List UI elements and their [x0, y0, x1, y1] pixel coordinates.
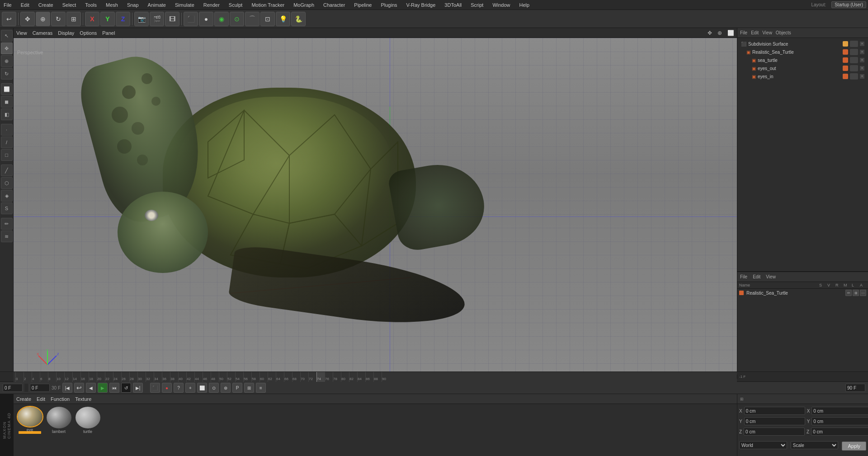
menu-motiontracker[interactable]: Motion Tracker: [250, 1, 286, 9]
menu-window[interactable]: Window: [491, 1, 512, 9]
viewport-menu-cameras[interactable]: Cameras: [33, 30, 53, 36]
viewport-menu-display[interactable]: Display: [58, 30, 74, 36]
pb-icon-5[interactable]: ⬜: [197, 383, 207, 393]
frame-end-input[interactable]: [845, 384, 865, 392]
menu-select[interactable]: Select: [61, 1, 78, 9]
om-edit[interactable]: Edit: [751, 30, 759, 35]
z-axis-button[interactable]: Z: [116, 12, 130, 26]
world-dropdown[interactable]: World: [739, 441, 787, 449]
point-mode[interactable]: ·: [1, 124, 13, 136]
sculpt-tool[interactable]: ≋: [1, 230, 13, 242]
viewport-icon-fullscreen[interactable]: ⬜: [727, 30, 734, 36]
nurbs-button[interactable]: ◉: [214, 12, 229, 26]
coord-z-rot[interactable]: [811, 428, 868, 436]
layout-value[interactable]: Startup (User): [831, 1, 866, 8]
mat-thumb-turtle[interactable]: turtle: [74, 407, 101, 434]
render-button[interactable]: 🎞: [165, 12, 179, 26]
record-button[interactable]: ↺: [121, 383, 131, 393]
menu-render[interactable]: Render: [202, 1, 222, 9]
menu-simulate[interactable]: Simulate: [173, 1, 196, 9]
spline-button[interactable]: ⌒: [245, 12, 259, 26]
undo-button[interactable]: ↩: [2, 12, 16, 26]
edge-mode[interactable]: /: [1, 136, 13, 148]
menu-tools[interactable]: Tools: [83, 1, 99, 9]
move-tool-button[interactable]: ✥: [20, 12, 35, 26]
menu-plugins[interactable]: Plugins: [379, 1, 399, 9]
y-axis-button[interactable]: Y: [100, 12, 115, 26]
object-mode[interactable]: ◼: [1, 96, 13, 108]
viewport-menu-panel[interactable]: Panel: [102, 30, 115, 36]
x-axis-button[interactable]: X: [85, 12, 99, 26]
menu-animate[interactable]: Animate: [146, 1, 168, 9]
light-button[interactable]: 💡: [276, 12, 290, 26]
knife-tool[interactable]: ╱: [1, 165, 13, 176]
deformer-button[interactable]: ⊙: [230, 12, 244, 26]
menu-edit[interactable]: Edit: [19, 1, 31, 9]
poly-mode[interactable]: □: [1, 149, 13, 161]
viewport-icon-move[interactable]: ✥: [708, 30, 712, 36]
camera-button[interactable]: ⊡: [260, 12, 275, 26]
tree-item-eyes-in[interactable]: ▣ eyes_in ✕: [739, 72, 866, 80]
menu-character[interactable]: Character: [321, 1, 347, 9]
scale-dropdown[interactable]: Scale: [791, 441, 839, 449]
current-frame-input[interactable]: [3, 384, 23, 392]
coord-x-rot[interactable]: [811, 407, 868, 415]
mm-file[interactable]: File: [740, 274, 747, 279]
bevel-tool[interactable]: ◈: [1, 190, 13, 202]
bridge-tool[interactable]: S: [1, 202, 13, 214]
tree-item-realistic-sea-turtle[interactable]: ▣ Realistic_Sea_Turtle ✕: [739, 48, 866, 56]
python-button[interactable]: 🐍: [291, 12, 306, 26]
pb-icon-6[interactable]: ⊙: [209, 383, 219, 393]
model-mode[interactable]: ⬜: [1, 83, 13, 95]
coord-y-pos[interactable]: [744, 417, 805, 425]
rotate-tool-button[interactable]: ↻: [51, 12, 66, 26]
scale-tool-button[interactable]: ⊕: [36, 12, 50, 26]
select-tool[interactable]: ↖: [1, 30, 13, 42]
mat-icon-dots[interactable]: ⋯: [860, 290, 866, 296]
mm-view[interactable]: View: [766, 274, 776, 279]
frame-start-input[interactable]: [30, 384, 50, 392]
coord-z-pos[interactable]: [744, 428, 805, 436]
move-tool[interactable]: ✥: [1, 42, 13, 54]
mat-icon-link[interactable]: ⊞: [853, 290, 859, 296]
coord-y-rot[interactable]: [811, 417, 868, 425]
pb-icon-8[interactable]: P: [232, 383, 242, 393]
render-region-button[interactable]: 📷: [134, 12, 149, 26]
render-anim-button[interactable]: 🎬: [150, 12, 164, 26]
ba-function[interactable]: Function: [51, 396, 70, 402]
menu-script[interactable]: Script: [469, 1, 485, 9]
apply-button[interactable]: Apply: [842, 442, 866, 451]
prev-frame-button[interactable]: ↩: [74, 383, 84, 393]
coord-x-pos[interactable]: [744, 407, 805, 415]
mat-icon-edit[interactable]: ✏: [845, 290, 852, 296]
paint-tool[interactable]: ✏: [1, 218, 13, 230]
menu-file[interactable]: File: [2, 1, 14, 9]
ba-edit[interactable]: Edit: [37, 396, 45, 402]
om-objects[interactable]: Objects: [776, 30, 791, 35]
transform-button[interactable]: ⊞: [66, 12, 81, 26]
menu-sculpt[interactable]: Sculpt: [227, 1, 245, 9]
viewport-icon-zoom[interactable]: ⊕: [717, 30, 722, 36]
play-end-button[interactable]: ▶|: [133, 383, 143, 393]
pb-icon-7[interactable]: ⊛: [221, 383, 231, 393]
play-forward-button[interactable]: ▶: [98, 383, 108, 393]
om-file[interactable]: File: [740, 30, 747, 35]
mat-thumb-eye[interactable]: eye: [16, 407, 43, 434]
pb-icon-1[interactable]: ⬛: [150, 383, 160, 393]
menu-vraybridge[interactable]: V-Ray Bridge: [405, 1, 438, 9]
menu-3dtoall[interactable]: 3DToAll: [443, 1, 463, 9]
viewport[interactable]: View Cameras Display Options Panel ✥ ⊕ ⬜…: [14, 28, 737, 371]
pb-icon-3[interactable]: ?: [174, 383, 184, 393]
tree-item-eyes-out[interactable]: ▣ eyes_out ✕: [739, 64, 866, 72]
tree-item-sea-turtle[interactable]: ▣ sea_turtle ✕: [739, 56, 866, 64]
timeline-ruler[interactable]: 0 2 4 6 8 10 12 14 16 18 20 22 24 26 28 …: [14, 372, 737, 382]
menu-create[interactable]: Create: [37, 1, 55, 9]
mm-edit[interactable]: Edit: [753, 274, 760, 279]
play-back-button[interactable]: ◀: [86, 383, 96, 393]
scale-tool[interactable]: ⊕: [1, 55, 13, 67]
sphere-button[interactable]: ●: [199, 12, 213, 26]
menu-mesh[interactable]: Mesh: [104, 1, 120, 9]
rotate-tool[interactable]: ↻: [1, 68, 13, 80]
om-view[interactable]: View: [762, 30, 772, 35]
extrude-tool[interactable]: ⬡: [1, 177, 13, 189]
